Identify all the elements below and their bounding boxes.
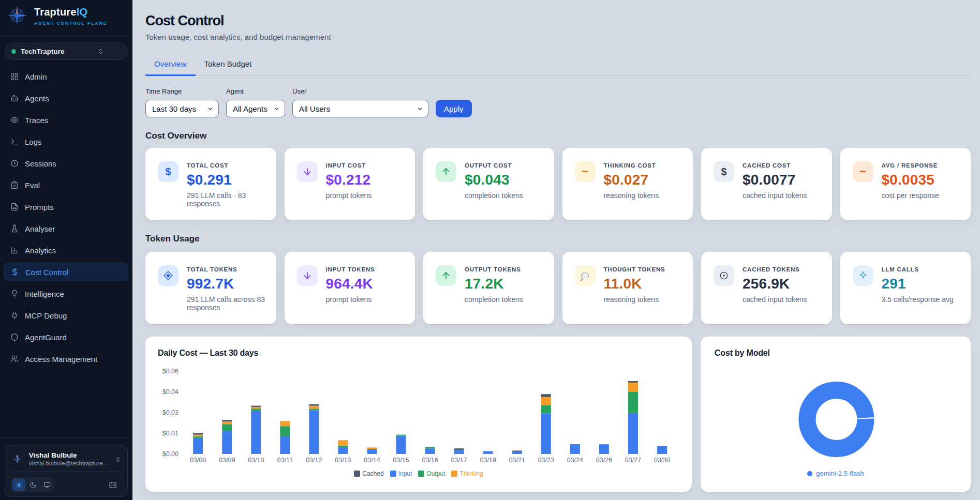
svg-text:$0.06: $0.06 — [162, 368, 179, 375]
svg-text:$0.03: $0.03 — [162, 409, 179, 416]
svg-text:03/15: 03/15 — [393, 457, 409, 464]
svg-text:03/12: 03/12 — [306, 457, 322, 464]
svg-text:03/17: 03/17 — [451, 457, 467, 464]
svg-text:$0.01: $0.01 — [162, 430, 179, 437]
svg-text:03/13: 03/13 — [335, 457, 351, 464]
svg-text:03/21: 03/21 — [509, 457, 525, 464]
svg-text:03/23: 03/23 — [538, 457, 554, 464]
svg-text:03/30: 03/30 — [654, 457, 670, 464]
svg-text:03/11: 03/11 — [277, 457, 293, 464]
svg-text:03/09: 03/09 — [219, 457, 235, 464]
svg-text:03/26: 03/26 — [596, 457, 612, 464]
svg-text:03/19: 03/19 — [480, 457, 496, 464]
svg-text:03/14: 03/14 — [364, 457, 380, 464]
svg-text:03/27: 03/27 — [625, 457, 641, 464]
svg-text:03/08: 03/08 — [190, 457, 206, 464]
svg-text:$0.04: $0.04 — [162, 388, 179, 396]
svg-text:03/16: 03/16 — [422, 457, 438, 464]
svg-text:$0.00: $0.00 — [162, 450, 179, 458]
svg-text:03/24: 03/24 — [567, 457, 583, 464]
svg-text:03/10: 03/10 — [248, 457, 264, 464]
